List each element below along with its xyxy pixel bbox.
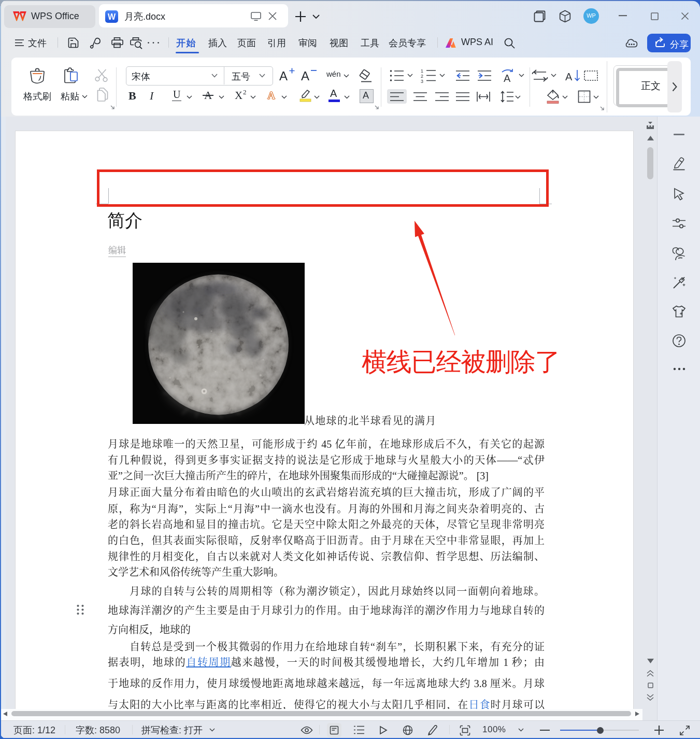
svg-text:A: A	[565, 71, 573, 82]
svg-text:2: 2	[421, 74, 423, 79]
svg-text:3: 3	[421, 79, 423, 83]
svg-text:A: A	[504, 73, 511, 83]
svg-text:1: 1	[421, 68, 423, 74]
svg-text:W: W	[108, 12, 116, 21]
